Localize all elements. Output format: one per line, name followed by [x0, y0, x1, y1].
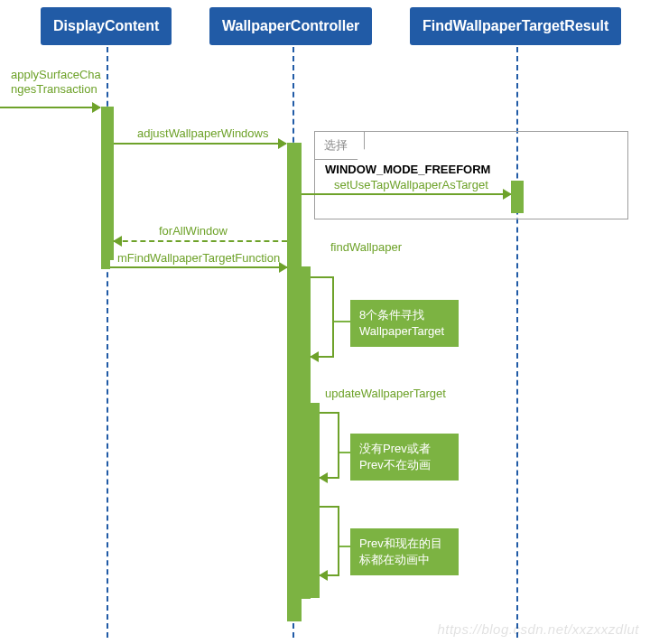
arrow-findfunction [110, 266, 287, 268]
activation-displaycontent [101, 107, 114, 260]
arrow-applysurfacechanges [0, 107, 100, 108]
connector-note3 [339, 546, 350, 547]
note-noprev-line1: 没有Prev或者 [359, 442, 431, 455]
msg-updatewallpapertarget: updateWallpaperTarget [325, 387, 446, 400]
note-prevanim: Prev和现在的目 标都在动画中 [350, 528, 459, 575]
msg-findwallpaper: findWallpaper [330, 240, 402, 254]
arrow-forallwindow [114, 240, 287, 242]
participant-wallpapercontroller: WallpaperController [209, 7, 372, 45]
connector-note1 [334, 321, 350, 322]
note-prevanim-line1: Prev和现在的目 [359, 537, 442, 550]
msg-forallwindow: forAllWindow [159, 224, 228, 238]
participant-findwallpapertargetresult: FindWallpaperTargetResult [410, 7, 621, 45]
connector-note2 [339, 452, 350, 453]
msg-applysurfacechanges: applySurfaceCha ngesTransaction [11, 68, 101, 96]
fragment-guard: WINDOW_MODE_FREEFORM [325, 163, 490, 176]
activation-nested-2 [309, 403, 320, 598]
activation-result-setusetap [511, 181, 524, 213]
msg-applysurfacechanges-line2: ngesTransaction [11, 82, 98, 96]
note-8conditions-line1: 8个条件寻找 [359, 308, 424, 322]
watermark: https://blog.csdn.net/xxzxxzdlut [437, 621, 639, 637]
note-8conditions: 8个条件寻找 WallpaperTarget [350, 300, 459, 347]
activation-displaycontent-inner [101, 240, 110, 269]
fragment-opt-label: 选择 [315, 132, 365, 160]
arrow-adjustwallpaperwindows [114, 143, 286, 145]
participant-displaycontent: DisplayContent [41, 7, 172, 45]
msg-adjustwallpaperwindows: adjustWallpaperWindows [137, 126, 268, 140]
note-prevanim-line2: 标都在动画中 [359, 553, 430, 566]
note-noprev-line2: Prev不在动画 [359, 458, 431, 471]
note-noprev: 没有Prev或者 Prev不在动画 [350, 434, 459, 481]
selfcall-findwallpaper [311, 276, 334, 358]
note-8conditions-line2: WallpaperTarget [359, 324, 444, 338]
arrow-setusetap [302, 193, 511, 195]
msg-setusetap: setUseTapWallpaperAsTarget [334, 178, 488, 191]
msg-findfunction: mFindWallpaperTargetFunction [117, 251, 280, 265]
msg-applysurfacechanges-line1: applySurfaceCha [11, 68, 101, 81]
selfcall-prevanim [320, 506, 339, 576]
selfcall-noprev [320, 412, 339, 479]
